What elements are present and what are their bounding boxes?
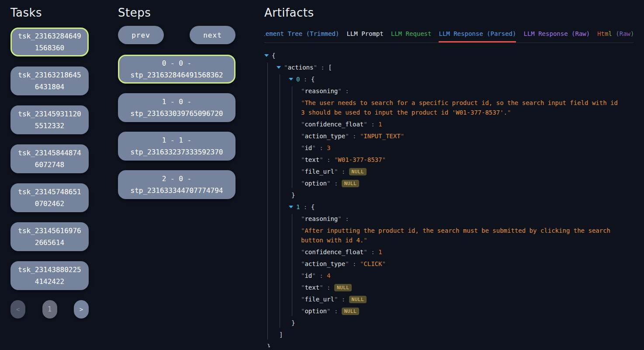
step-item[interactable]: 1 - 1 - stp_231633237333592370 <box>118 132 235 161</box>
task-item[interactable]: tsk_231459311205512332 <box>10 105 89 134</box>
json-token: " <box>345 260 349 267</box>
json-token: : <box>317 64 328 71</box>
json-token: } <box>267 343 270 347</box>
json-block: "reasoning" : "After inputting the produ… <box>292 214 634 316</box>
task-item[interactable]: tsk_231632186456431804 <box>10 66 89 95</box>
json-token: file_url <box>305 168 334 175</box>
artifact-tab[interactable]: Html (Raw) <box>597 28 634 42</box>
steps-title: Steps <box>118 6 235 19</box>
json-token: : <box>330 308 341 315</box>
json-token: 4 <box>327 272 330 279</box>
json-token: "The user needs to search for a specific… <box>301 98 623 117</box>
json-token: " <box>382 156 385 163</box>
json-token: : <box>300 76 311 83</box>
json-row: "option" : NULL <box>301 306 634 316</box>
json-token: } <box>291 192 295 199</box>
json-token: " <box>338 88 341 94</box>
json-token: { <box>272 52 275 59</box>
json-token: INPUT_TEXT <box>364 133 400 140</box>
artifact-tab[interactable]: LLM Prompt <box>346 28 383 42</box>
json-token: " <box>364 248 367 256</box>
json-token: 1 <box>378 248 382 256</box>
tasks-page-prev-button[interactable]: < <box>10 300 25 318</box>
json-token: : <box>349 260 360 267</box>
json-block: "actions" : [0 : {"reasoning" : "The use… <box>267 63 634 340</box>
json-token: The user needs to search for a specific … <box>301 99 618 116</box>
collapse-arrow-icon[interactable] <box>289 78 293 80</box>
json-row: "action_type" : "INPUT_TEXT" <box>301 131 634 141</box>
json-token: : <box>330 180 341 187</box>
json-row: } <box>264 342 634 347</box>
json-token: : <box>342 215 349 222</box>
task-item[interactable]: tsk_231456169762665614 <box>10 222 89 251</box>
json-token: " <box>319 156 323 163</box>
json-token: " <box>312 144 315 151</box>
json-token: " <box>507 109 511 116</box>
artifact-tab[interactable]: LLM Request <box>391 28 432 42</box>
json-token: " <box>313 64 317 71</box>
json-token: " <box>382 260 385 267</box>
task-item[interactable]: tsk_231457486510702462 <box>10 183 89 212</box>
json-token: option <box>305 308 327 315</box>
json-token: { <box>311 203 315 210</box>
step-item[interactable]: 1 - 0 - stp_231633039765096720 <box>118 93 235 122</box>
json-row: 1 : { <box>289 202 634 212</box>
artifact-tab[interactable]: LLM Response (Parsed) <box>439 28 516 42</box>
json-row: "option" : NULL <box>301 178 634 188</box>
task-item[interactable]: tsk_231632846491568360 <box>10 28 89 56</box>
task-item[interactable]: tsk_231458448746072748 <box>10 144 89 173</box>
task-item[interactable]: tsk_231438802254142422 <box>10 261 89 290</box>
json-token: } <box>291 319 295 326</box>
json-token: ] <box>279 331 283 338</box>
json-token: : <box>349 133 360 140</box>
task-list: tsk_231632846491568360tsk_23163218645643… <box>10 28 89 290</box>
tasks-pagination: < 1 > <box>10 300 89 318</box>
json-row: { <box>264 51 634 60</box>
json-token: " <box>338 215 341 222</box>
null-badge: NULL <box>334 284 352 291</box>
artifact-tab[interactable]: Element Tree (Trimmed) <box>264 28 339 42</box>
null-badge: NULL <box>349 296 367 303</box>
step-item[interactable]: 2 - 0 - stp_231633344707774794 <box>118 170 235 199</box>
artifacts-panel: Artifacts Element Tree (Trimmed)LLM Prom… <box>264 6 634 347</box>
json-token: option <box>305 180 327 187</box>
json-row: "file_url" : NULL <box>301 167 634 176</box>
json-token: " <box>319 284 323 291</box>
null-badge: NULL <box>342 308 360 315</box>
tasks-page-number-button[interactable]: 1 <box>42 300 57 318</box>
json-token: : <box>323 284 334 291</box>
json-token: : <box>338 296 349 303</box>
collapse-arrow-icon[interactable] <box>277 66 281 69</box>
json-token: : <box>300 203 311 210</box>
json-row: } <box>289 190 634 200</box>
json-row: ] <box>277 330 634 340</box>
json-token: : <box>316 144 327 151</box>
json-token: 3 <box>327 144 330 151</box>
steps-panel: Steps prev next 0 - 0 - stp_231632846491… <box>118 6 235 209</box>
steps-prev-button[interactable]: prev <box>118 26 164 44</box>
steps-next-button[interactable]: next <box>190 26 235 44</box>
collapse-arrow-icon[interactable] <box>289 206 293 208</box>
step-item[interactable]: 0 - 0 - stp_231632846491568362 <box>118 55 235 84</box>
json-token: actions <box>287 64 313 71</box>
tasks-page-next-button[interactable]: > <box>74 300 89 318</box>
json-token: 1 <box>378 121 382 128</box>
artifact-tabs: Element Tree (Trimmed)LLM PromptLLM Requ… <box>264 28 634 43</box>
json-viewer: {"actions" : [0 : {"reasoning" : "The us… <box>264 51 634 347</box>
collapse-arrow-icon[interactable] <box>264 54 269 57</box>
artifact-tab[interactable]: LLM Response (Raw) <box>523 28 590 42</box>
json-row: } <box>289 318 634 328</box>
json-row: "confidence_float" : 1 <box>301 119 634 129</box>
json-token: id <box>305 272 312 279</box>
json-token: " <box>312 272 315 279</box>
json-row: "file_url" : NULL <box>301 294 634 304</box>
json-token: text <box>305 284 319 291</box>
steps-nav: prev next <box>118 26 235 44</box>
json-block: 0 : {"reasoning" : "The user needs to se… <box>280 74 634 328</box>
artifacts-title: Artifacts <box>264 6 634 19</box>
json-token: : <box>367 248 378 256</box>
json-row: "confidence_float" : 1 <box>301 247 634 257</box>
json-token: : <box>338 168 349 175</box>
tasks-title: Tasks <box>10 6 89 19</box>
json-token: file_url <box>305 296 334 303</box>
